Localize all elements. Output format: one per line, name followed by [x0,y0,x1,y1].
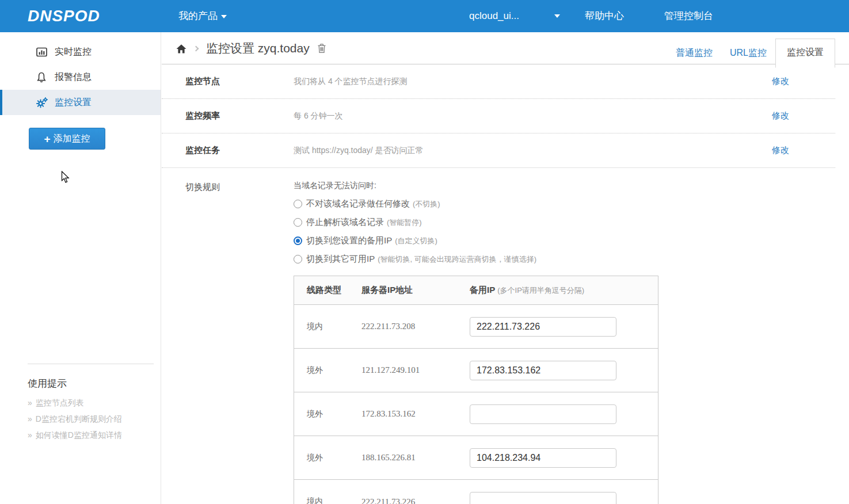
sidebar: 实时监控 报警信息 监控设置 + 添加监控 使用提示 »监控节点列表 »D监控宕… [0,32,161,504]
table-row: 境内 222.211.73.208 [294,305,658,349]
server-ip-cell: 222.211.73.208 [361,322,470,331]
line-type-cell: 境内 [294,322,361,332]
backup-ip-table: 线路类型 服务器IP地址 备用IP(多个IP请用半角逗号分隔) 境内 222.2… [294,276,658,504]
table-row: 境外 188.165.226.81 [294,436,658,480]
page-title: 监控设置 zyq.today [206,40,310,56]
usage-tips-panel: 使用提示 »监控节点列表 »D监控宕机判断规则介绍 »如何读懂D监控通知详情 [28,364,154,446]
sidebar-item-label: 监控设置 [55,97,92,109]
col-header-server-ip: 服务器IP地址 [361,285,470,296]
tip-link-downtime-rules[interactable]: »D监控宕机判断规则介绍 [28,414,154,425]
account-menu[interactable]: qcloud_ui... [469,0,519,32]
modify-task-link[interactable]: 修改 [772,145,835,156]
radio-icon[interactable] [294,200,302,208]
backup-ip-table-header: 线路类型 服务器IP地址 备用IP(多个IP请用半角逗号分隔) [294,276,658,305]
server-ip-cell: 188.165.226.81 [361,453,470,463]
setting-value: 我们将从 4 个监控节点进行探测 [294,77,772,87]
double-angle-icon: » [28,398,32,407]
tip-link-notification-details[interactable]: »如何读懂D监控通知详情 [28,430,154,441]
radio-icon[interactable] [294,255,302,264]
setting-row-monitor-frequency: 监控频率 每 6 分钟一次 修改 [162,99,835,133]
backup-ip-input[interactable] [470,448,616,468]
col-header-backup-hint: (多个IP请用半角逗号分隔) [497,285,584,296]
server-ip-cell: 121.127.249.101 [361,365,470,375]
usage-tips-title: 使用提示 [28,377,154,390]
table-row: 境外 172.83.153.162 [294,392,658,436]
home-icon[interactable] [176,43,187,54]
add-monitor-button[interactable]: + 添加监控 [29,128,105,150]
setting-row-monitor-task: 监控任务 测试 https://zyq.today/ 是否访问正常 修改 [162,133,835,168]
radio-option-custom-backup-ip[interactable]: 切换到您设置的备用IP (自定义切换) [294,235,835,246]
sidebar-item-label: 实时监控 [55,46,92,58]
delete-monitor-icon[interactable] [317,43,326,54]
modify-frequency-link[interactable]: 修改 [772,110,835,121]
radio-option-pause-resolution[interactable]: 停止解析该域名记录 (智能暂停) [294,217,835,228]
page-header: 监控设置 zyq.today 普通监控 URL监控 监控设置 [162,32,849,64]
server-ip-cell: 172.83.153.162 [361,409,470,419]
server-ip-cell: 222.211.73.226 [361,497,470,504]
tab-url-monitor[interactable]: URL监控 [721,40,775,67]
setting-row-monitor-nodes: 监控节点 我们将从 4 个监控节点进行探测 修改 [162,64,835,99]
main-content: 监控设置 zyq.today 普通监控 URL监控 监控设置 监控节点 我们将从… [162,32,849,504]
sidebar-item-alarm-info[interactable]: 报警信息 [0,64,161,90]
tab-normal-monitor[interactable]: 普通监控 [667,40,721,67]
radio-option-no-change[interactable]: 不对该域名记录做任何修改 (不切换) [294,198,835,209]
radio-icon[interactable] [294,218,302,227]
account-caret-icon[interactable] [554,14,560,18]
gears-icon [36,97,48,108]
col-header-backup-ip: 备用IP [470,285,495,296]
backup-ip-input[interactable] [470,404,616,424]
radio-option-smart-switch[interactable]: 切换到其它可用IP (智能切换, 可能会出现跨运营商切换，谨慎选择) [294,254,835,265]
nav-help-center[interactable]: 帮助中心 [585,0,624,32]
bell-icon [36,72,48,83]
line-type-cell: 境外 [294,453,361,463]
bar-chart-icon [36,47,48,57]
modify-nodes-link[interactable]: 修改 [772,76,835,87]
line-type-cell: 境外 [294,365,361,376]
line-type-cell: 境外 [294,409,361,419]
setting-value: 测试 https://zyq.today/ 是否访问正常 [294,146,772,156]
nav-my-products[interactable]: 我的产品 [178,0,227,32]
setting-label: 监控节点 [185,76,294,87]
switch-rule-label: 切换规则 [185,181,294,504]
tip-link-node-list[interactable]: »监控节点列表 [28,398,154,408]
chevron-right-icon [193,45,199,51]
table-row: 境外 121.127.249.101 [294,349,658,392]
backup-ip-input[interactable] [470,492,616,504]
double-angle-icon: » [28,430,32,440]
radio-icon-selected[interactable] [294,236,302,245]
setting-label: 监控任务 [185,145,294,156]
sidebar-item-monitor-settings[interactable]: 监控设置 [0,90,161,115]
double-angle-icon: » [28,414,32,423]
nav-console[interactable]: 管理控制台 [664,0,713,32]
backup-ip-input[interactable] [470,317,616,337]
setting-value: 每 6 分钟一次 [294,111,772,121]
plus-icon: + [44,133,50,144]
dropdown-caret-icon [221,15,227,18]
sidebar-item-label: 报警信息 [55,71,92,83]
setting-label: 监控频率 [185,110,294,121]
switch-rule-section: 切换规则 当域名记录无法访问时: 不对该域名记录做任何修改 (不切换) 停止解析… [162,168,849,504]
line-type-cell: 境内 [294,497,361,504]
backup-ip-input[interactable] [470,361,616,380]
tab-monitor-settings[interactable]: 监控设置 [775,39,835,68]
col-header-line-type: 线路类型 [294,285,361,296]
switch-rule-prompt: 当域名记录无法访问时: [294,181,835,191]
table-row: 境内 222.211.73.226 [294,480,658,504]
sidebar-item-realtime-monitor[interactable]: 实时监控 [0,39,161,64]
monitor-tabs: 普通监控 URL监控 监控设置 [667,39,835,67]
top-navbar: DNSPOD 我的产品 qcloud_ui... 帮助中心 管理控制台 [0,0,849,32]
dnspod-logo[interactable]: DNSPOD [28,0,100,32]
